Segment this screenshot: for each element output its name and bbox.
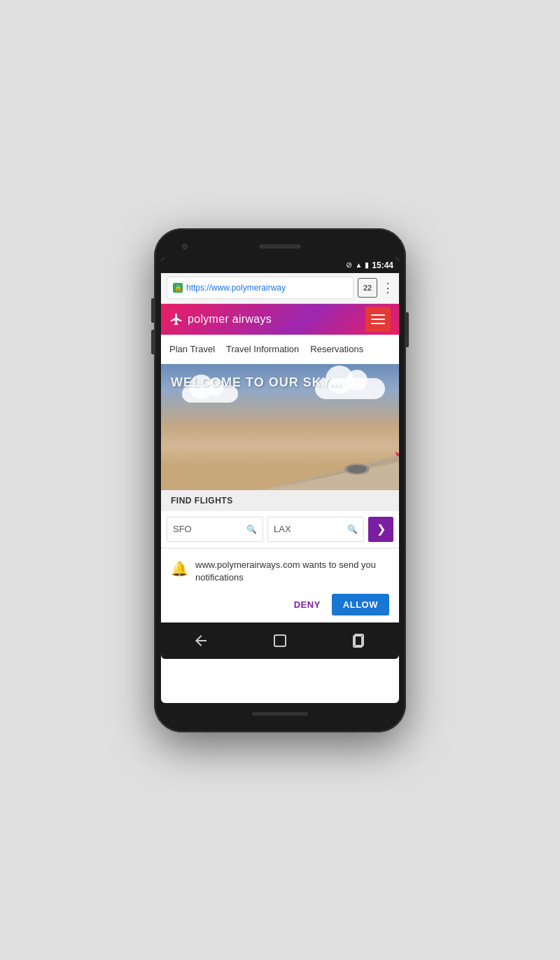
browser-menu-button[interactable]: ⋮ bbox=[382, 280, 393, 295]
svg-rect-7 bbox=[274, 635, 286, 646]
find-flights-section: FIND FLIGHTS SFO 🔍 LAX 🔍 ❯ bbox=[161, 490, 399, 548]
nav-bar: Plan Travel Travel Information Reservati… bbox=[161, 335, 399, 364]
back-icon bbox=[192, 632, 209, 649]
notification-content: 🔔 www.polymerairways.com wants to send y… bbox=[171, 559, 389, 584]
hamburger-line-1 bbox=[371, 314, 385, 316]
nav-item-travel-info[interactable]: Travel Information bbox=[226, 335, 299, 363]
airline-logo-area: polymer airways bbox=[169, 312, 272, 326]
airline-name: polymer airways bbox=[188, 313, 272, 326]
status-bar: ⊘ ▲ ▮ 15:44 bbox=[161, 258, 399, 273]
bell-icon: 🔔 bbox=[171, 560, 188, 577]
tab-count[interactable]: 22 bbox=[358, 278, 377, 298]
origin-search-icon: 🔍 bbox=[246, 524, 257, 534]
status-icons: ⊘ ▲ ▮ 15:44 bbox=[346, 260, 393, 270]
home-button[interactable] bbox=[266, 627, 294, 655]
hamburger-button[interactable] bbox=[365, 307, 391, 332]
phone-top bbox=[161, 238, 399, 255]
home-icon bbox=[272, 632, 288, 649]
airplane-wing bbox=[259, 406, 399, 490]
back-button[interactable] bbox=[187, 627, 215, 655]
allow-button[interactable]: ALLOW bbox=[332, 594, 389, 615]
hamburger-line-2 bbox=[371, 319, 385, 320]
search-arrow-icon: ❯ bbox=[377, 522, 386, 536]
hero-tagline: WELCOME TO OUR SKY... bbox=[171, 375, 342, 390]
notification-message: www.polymerairways.com wants to send you… bbox=[195, 559, 389, 584]
flight-search-bar: SFO 🔍 LAX 🔍 ❯ bbox=[161, 511, 399, 548]
url-bar[interactable]: 🔒 https://www.polymerairway bbox=[167, 277, 354, 299]
hero-section: WELCOME TO OUR SKY... bbox=[161, 364, 399, 490]
recents-icon bbox=[351, 632, 368, 649]
notification-actions: DENY ALLOW bbox=[171, 594, 389, 615]
android-nav-bar bbox=[161, 622, 399, 659]
volume-up-button bbox=[151, 298, 154, 323]
url-text: https://www.polymerairway bbox=[186, 283, 347, 293]
signal-icon: ▲ bbox=[355, 261, 362, 269]
deny-button[interactable]: DENY bbox=[294, 599, 321, 610]
airline-header: polymer airways bbox=[161, 304, 399, 335]
find-flights-label: FIND FLIGHTS bbox=[161, 490, 399, 511]
destination-input[interactable]: LAX 🔍 bbox=[267, 517, 364, 542]
phone-screen: ⊘ ▲ ▮ 15:44 🔒 https://www.polymerairway … bbox=[161, 258, 399, 703]
battery-icon: ▮ bbox=[365, 260, 369, 270]
clock: 15:44 bbox=[372, 260, 393, 270]
svg-point-6 bbox=[347, 465, 367, 473]
nav-item-plan-travel[interactable]: Plan Travel bbox=[169, 335, 215, 363]
lock-icon: 🔒 bbox=[173, 283, 183, 293]
origin-value: SFO bbox=[173, 524, 244, 534]
hamburger-line-3 bbox=[371, 323, 385, 324]
power-button bbox=[406, 312, 409, 347]
plane-logo-icon bbox=[169, 312, 183, 326]
destination-search-icon: 🔍 bbox=[347, 524, 358, 534]
nav-item-reservations[interactable]: Reservations bbox=[310, 335, 363, 363]
volume-down-button bbox=[151, 330, 154, 354]
wifi-icon: ⊘ bbox=[346, 260, 352, 270]
destination-value: LAX bbox=[274, 524, 344, 534]
phone-device: ⊘ ▲ ▮ 15:44 🔒 https://www.polymerairway … bbox=[154, 228, 406, 732]
browser-chrome: 🔒 https://www.polymerairway 22 ⋮ bbox=[161, 273, 399, 304]
phone-bottom-bar bbox=[161, 706, 399, 723]
search-button[interactable]: ❯ bbox=[368, 517, 393, 542]
notification-banner: 🔔 www.polymerairways.com wants to send y… bbox=[161, 548, 399, 622]
bottom-speaker bbox=[252, 712, 308, 716]
website-content: polymer airways Plan Travel Travel Infor… bbox=[161, 304, 399, 703]
recents-button[interactable] bbox=[345, 627, 373, 655]
camera bbox=[182, 244, 188, 249]
speaker bbox=[259, 244, 301, 249]
origin-input[interactable]: SFO 🔍 bbox=[167, 517, 263, 542]
